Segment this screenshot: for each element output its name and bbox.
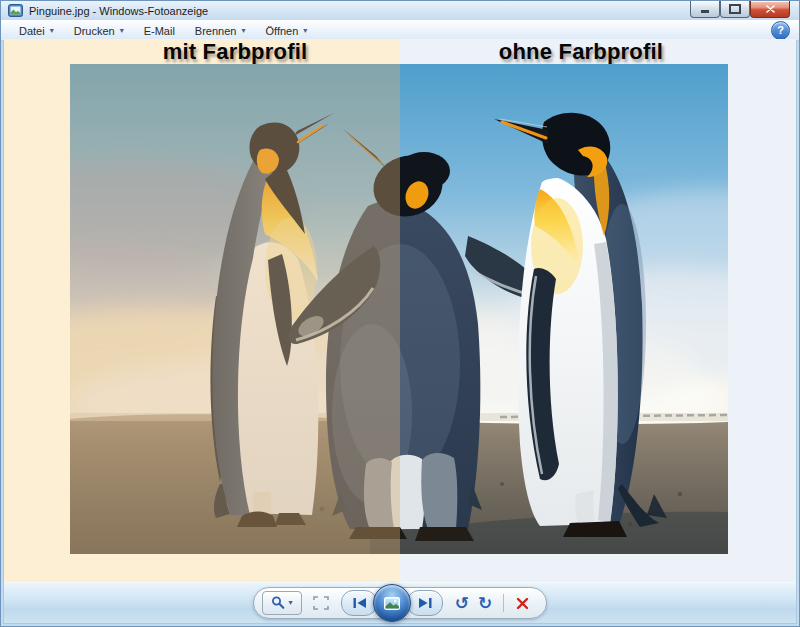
window-title: Pinguine.jpg - Windows-Fotoanzeige <box>29 5 208 17</box>
next-icon <box>419 598 432 608</box>
chevron-down-icon: ▾ <box>50 27 54 35</box>
magnifier-icon <box>271 596 285 610</box>
slideshow-icon <box>384 597 400 610</box>
label-with-profile: mit Farbprofil <box>70 39 400 65</box>
menu-label: Datei <box>19 25 45 37</box>
menu-drucken[interactable]: Drucken ▾ <box>64 23 134 39</box>
toolbar-pill: ▾ <box>253 587 547 619</box>
next-button[interactable] <box>407 590 443 616</box>
rotate-counterclockwise-button[interactable]: ↺ <box>452 592 472 614</box>
title-bar: Pinguine.jpg - Windows-Fotoanzeige <box>1 1 799 20</box>
rotate-clockwise-button[interactable]: ↻ <box>475 592 495 614</box>
close-button[interactable] <box>750 1 790 18</box>
minimize-button[interactable] <box>690 1 720 18</box>
menu-label: Öffnen <box>265 25 298 37</box>
maximize-icon <box>729 4 741 14</box>
chevron-down-icon: ▾ <box>288 599 292 607</box>
menu-label: Drucken <box>74 25 115 37</box>
previous-button[interactable] <box>341 590 377 616</box>
previous-icon <box>353 598 366 608</box>
actual-size-button[interactable] <box>311 593 331 613</box>
chevron-down-icon: ▾ <box>120 27 124 35</box>
maximize-button[interactable] <box>720 1 750 18</box>
toolbar-separator <box>503 594 504 612</box>
label-without-profile: ohne Farbprofil <box>416 39 746 65</box>
minimize-icon <box>701 10 709 13</box>
help-button[interactable]: ? <box>771 21 790 40</box>
bottom-toolbar: ▾ <box>4 582 796 623</box>
photo-viewer-window: Pinguine.jpg - Windows-Fotoanzeige Datei… <box>0 0 800 627</box>
menu-bar: Datei ▾ Drucken ▾ E-Mail Brennen ▾ Öffne… <box>1 20 799 41</box>
help-icon: ? <box>777 24 784 36</box>
chevron-down-icon: ▾ <box>303 27 307 35</box>
menu-email[interactable]: E-Mail <box>134 23 185 39</box>
slideshow-button[interactable] <box>373 584 411 622</box>
delete-button[interactable] <box>511 592 533 614</box>
menu-label: E-Mail <box>144 25 175 37</box>
menu-label: Brennen <box>195 25 237 37</box>
chevron-down-icon: ▾ <box>241 27 245 35</box>
actual-size-icon <box>313 596 329 610</box>
app-icon <box>8 4 23 17</box>
close-icon <box>766 5 775 13</box>
content-area: mit Farbprofil ohne Farbprofil <box>4 39 796 583</box>
menu-brennen[interactable]: Brennen ▾ <box>185 23 256 39</box>
menu-oeffnen[interactable]: Öffnen ▾ <box>255 23 317 39</box>
penguins-photo <box>70 64 728 554</box>
menu-datei[interactable]: Datei ▾ <box>9 23 64 39</box>
delete-icon <box>516 597 529 610</box>
zoom-button[interactable]: ▾ <box>262 591 302 615</box>
window-controls <box>690 1 790 18</box>
